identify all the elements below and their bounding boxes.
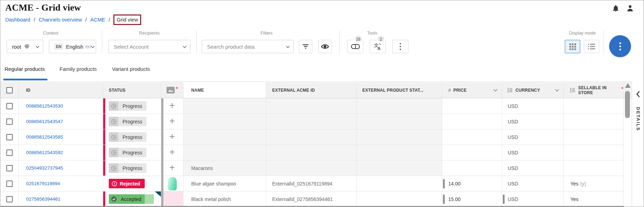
product-id-link[interactable]: 00885612543547 [26, 119, 63, 124]
status-badge: Progress [109, 148, 146, 157]
breadcrumb-separator: / [108, 17, 110, 23]
id-cell: 0251679119894 [19, 176, 103, 191]
column-menu-chevron-icon[interactable] [493, 88, 498, 93]
product-id-link[interactable]: 00885612543530 [26, 103, 63, 109]
row-checkbox[interactable] [6, 196, 13, 202]
name-cell: Blue algae shampoo [183, 176, 266, 191]
header-select-all-cell [0, 82, 19, 98]
app-window: ACME - Grid view Dashboard / Channels ov… [0, 0, 644, 207]
breadcrumb-link-dashboard[interactable]: Dashboard [5, 17, 30, 23]
tab-regular-products[interactable]: Regular products [5, 66, 45, 72]
tab-variant-products[interactable]: Variant products [112, 66, 150, 72]
price-cell [442, 145, 502, 160]
status-badge: Progress [109, 163, 146, 173]
row-checkbox-cell [0, 191, 19, 207]
product-id-link[interactable]: 0275856394461 [26, 196, 61, 202]
sellable-cell: Yes [564, 191, 624, 207]
primary-actions-fab[interactable] [609, 35, 631, 57]
pinned-columns-divider[interactable] [161, 98, 163, 207]
name-cell [183, 98, 266, 114]
language-name: English [66, 44, 83, 50]
media-cell: + [161, 191, 183, 207]
row-checkbox-cell [0, 129, 19, 145]
media-cell: + [161, 98, 183, 114]
currency-cell: USD [502, 160, 564, 176]
status-cell: Accepted [103, 191, 161, 207]
toggle-pill-icon [351, 43, 360, 50]
notifications-bell-icon[interactable] [612, 4, 619, 12]
status-badge: Progress [109, 101, 146, 111]
header-media: * [161, 82, 183, 98]
add-media-button[interactable]: + [169, 162, 175, 173]
price-cell [442, 98, 502, 114]
display-mode-section-label: Display mode [569, 31, 596, 36]
breadcrumb-current-annotated: Grid view [113, 14, 141, 25]
display-grid-button[interactable] [565, 40, 580, 53]
search-product-data-select[interactable]: Search product data [202, 40, 294, 53]
column-menu-chevron-icon[interactable] [555, 88, 559, 93]
active-tab-indicator [3, 79, 48, 80]
row-checkbox[interactable] [6, 150, 13, 156]
context-language-select[interactable]: EN English en [49, 40, 96, 53]
eye-icon [321, 43, 329, 50]
recipients-placeholder: Select Account [114, 44, 149, 50]
name-cell [183, 114, 266, 129]
status-cell: Progress [103, 145, 161, 160]
product-id-link[interactable]: 00885612543585 [26, 134, 63, 140]
clock-icon [111, 150, 117, 156]
add-media-button[interactable]: + [169, 131, 175, 142]
details-panel-label[interactable]: DETAILS [636, 107, 641, 131]
header-external-acme-id: EXTERNAL ACME ID [266, 82, 357, 98]
list-attribute-icon [508, 88, 513, 93]
preview-button[interactable] [318, 40, 332, 53]
media-cell: + [161, 160, 183, 176]
check-icon [111, 196, 117, 202]
add-media-button[interactable]: + [169, 147, 175, 158]
sellable-cell [564, 114, 624, 129]
product-id-link[interactable]: 0251679119894 [26, 181, 60, 186]
breadcrumb-link-acme[interactable]: ACME [90, 17, 105, 23]
page-title: ACME - Grid view [5, 2, 81, 13]
select-all-checkbox[interactable] [6, 87, 13, 93]
add-media-button[interactable]: + [169, 100, 175, 111]
context-scope-select[interactable]: root [7, 40, 43, 53]
scroll-up-arrow[interactable] [625, 83, 631, 88]
products-grid: ID STATUS * NAME EXTERNAL ACME ID EXTERN… [0, 82, 632, 207]
row-checkbox[interactable] [6, 134, 13, 140]
row-checkbox[interactable] [6, 165, 13, 171]
list-attribute-icon [570, 88, 576, 93]
clock-icon [111, 119, 117, 124]
add-media-button[interactable]: + [169, 116, 175, 127]
header-status: STATUS [103, 82, 161, 98]
filter-button[interactable] [299, 40, 312, 53]
user-profile-icon[interactable] [626, 4, 634, 12]
id-cell: 00885612543592 [19, 145, 103, 160]
price-cell: 14.00 [442, 176, 502, 191]
row-checkbox[interactable] [6, 181, 13, 187]
row-checkbox[interactable] [6, 118, 13, 125]
row-checkbox[interactable] [6, 103, 13, 109]
grid-view-icon [569, 43, 576, 50]
table-row: 00885612543530 Progress + [0, 98, 624, 114]
breadcrumb-link-channels-overview[interactable]: Channels overview [39, 17, 82, 23]
product-image[interactable] [161, 191, 183, 207]
context-scope-value: root [12, 44, 21, 50]
header-external-product-status: EXTERNAL PRODUCT STAT... [357, 82, 442, 98]
display-list-button[interactable] [584, 40, 599, 53]
language-suffix: en [85, 44, 91, 49]
table-row: 0251679119894 Rejected + [0, 176, 624, 191]
tab-family-products[interactable]: Family products [60, 66, 97, 72]
product-id-link[interactable]: 00885612543592 [26, 150, 63, 155]
product-image[interactable] [168, 177, 177, 190]
table-row: 00885612543547 Progress + [0, 114, 624, 129]
more-tools-button[interactable] [392, 40, 408, 53]
channels-count-badge: 15 [354, 35, 362, 43]
expand-details-chevron-icon[interactable] [636, 91, 640, 98]
external-acme-id-cell [266, 98, 357, 114]
name-cell [183, 145, 266, 160]
svg-text:A: A [377, 46, 381, 51]
product-id-link[interactable]: 02504932737945 [26, 165, 63, 171]
row-checkbox-cell [0, 98, 19, 114]
recipients-account-select[interactable]: Select Account [108, 40, 190, 53]
vertical-scrollbar-thumb[interactable] [625, 91, 630, 118]
